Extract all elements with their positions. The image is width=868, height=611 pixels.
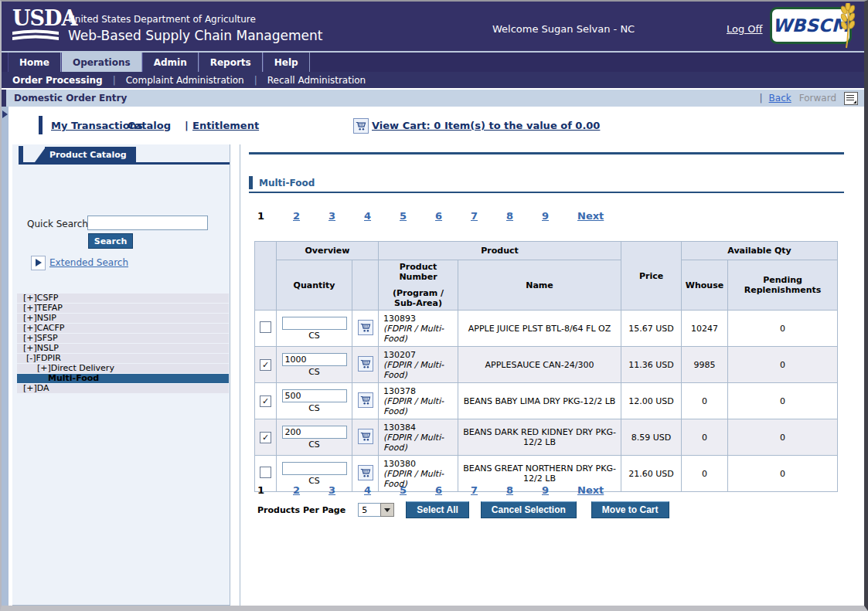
product-row: CS130893(FDPIR / Multi-Food)APPLE JUICE … (255, 311, 838, 347)
row-checkbox-checked[interactable]: ✓ (260, 395, 271, 407)
row-checkbox-checked[interactable]: ✓ (260, 432, 271, 443)
page-link-2[interactable]: 2 (293, 210, 301, 222)
page-link-2[interactable]: 2 (293, 484, 301, 496)
page-link-9[interactable]: 9 (542, 484, 550, 496)
product-program: (FDPIR / Multi-Food) (383, 324, 456, 344)
subnav-order-processing[interactable]: Order Processing (12, 75, 103, 86)
tree-item-nsip[interactable]: [+]NSIP (17, 314, 229, 323)
quantity-input[interactable] (282, 462, 347, 475)
quantity-input[interactable] (282, 389, 347, 402)
product-program: (FDPIR / Multi-Food) (383, 360, 456, 380)
tab-operations[interactable]: Operations (61, 53, 142, 72)
tab-home[interactable]: Home (8, 53, 61, 72)
tree-item-csfp[interactable]: [+]CSFP (17, 294, 229, 303)
quantity-input[interactable] (282, 317, 347, 330)
product-row: ✓CS130384(FDPIR / Multi-Food)BEANS DARK … (255, 419, 838, 456)
page-title: Domestic Order Entry (14, 93, 127, 104)
catalog-header-accent (19, 146, 23, 162)
products-per-page-select[interactable]: 5 (358, 503, 394, 517)
product-number: 130384 (383, 423, 456, 433)
move-to-cart-button[interactable]: Move to Cart (591, 501, 669, 518)
row-checkbox[interactable] (260, 467, 271, 478)
collapse-arrow-icon[interactable] (2, 110, 8, 118)
tab-help[interactable]: Help (263, 53, 310, 72)
add-to-cart-icon[interactable] (358, 465, 373, 480)
page-link-5[interactable]: 5 (400, 210, 407, 222)
log-off-link[interactable]: Log Off (727, 23, 763, 35)
page-next-link[interactable]: Next (577, 484, 604, 496)
tree-item-sfsp[interactable]: [+]SFSP (17, 334, 229, 343)
section-rule (249, 192, 844, 193)
pending-replenishments: 0 (728, 311, 838, 347)
page-link-8[interactable]: 8 (506, 210, 514, 222)
quantity-input[interactable] (282, 353, 347, 366)
page-link-8[interactable]: 8 (506, 484, 514, 496)
page-next-link[interactable]: Next (577, 210, 604, 222)
page-link-6[interactable]: 6 (435, 210, 443, 222)
unit-label: CS (278, 403, 350, 413)
subnav-separator: | (113, 75, 116, 86)
quick-search-input[interactable] (87, 216, 208, 230)
whouse-qty: 0 (682, 383, 728, 419)
unit-label: CS (278, 367, 350, 377)
quantity-input[interactable] (282, 426, 347, 439)
tab-reports[interactable]: Reports (199, 53, 263, 72)
dropdown-arrow-icon[interactable] (380, 503, 394, 517)
product-table: Overview Product Price Available Qty Qua… (254, 241, 838, 492)
product-name: BEANS DARK RED KIDNEY DRY PKG-12/2 LB (458, 419, 621, 456)
catalog-link[interactable]: Catalog (128, 120, 171, 131)
extended-search-arrow-icon[interactable] (31, 256, 46, 270)
tree-item-multi-food[interactable]: Multi-Food (17, 374, 229, 383)
add-to-cart-icon[interactable] (358, 356, 373, 372)
product-name: BEANS BABY LIMA DRY PKG-12/2 LB (458, 383, 621, 419)
product-program: (FDPIR / Multi-Food) (383, 433, 456, 453)
product-catalog-panel: Product Catalog Quick Search Search Exte… (12, 144, 230, 606)
cart-column-header (352, 260, 379, 311)
cancel-selection-button[interactable]: Cancel Selection (481, 501, 577, 518)
tree-item-tefap[interactable]: [+]TEFAP (17, 304, 229, 313)
page-link-3[interactable]: 3 (328, 484, 336, 496)
product-number-column-header: Product Number (Program / Sub-Area) (379, 260, 458, 311)
unit-label: CS (278, 440, 350, 450)
sub-nav: Order Processing | Complaint Administrat… (2, 72, 864, 88)
extended-search-link[interactable]: Extended Search (49, 257, 128, 268)
panel-collapse-strip[interactable] (2, 107, 9, 606)
product-price: 11.36 USD (621, 347, 682, 383)
tab-admin[interactable]: Admin (142, 53, 199, 72)
content-area: My Transactions Catalog | Entitlement Vi… (2, 107, 864, 606)
row-checkbox[interactable] (260, 321, 271, 333)
tree-item-fdpir[interactable]: [-]FDPIR (17, 354, 229, 363)
page-link-4[interactable]: 4 (364, 210, 372, 222)
pending-replenishments: 0 (728, 347, 838, 383)
product-program: (FDPIR / Multi-Food) (383, 396, 456, 416)
select-all-button[interactable]: Select All (406, 501, 469, 518)
page-link-7[interactable]: 7 (471, 484, 478, 496)
page-options-icon[interactable] (844, 92, 858, 105)
page-link-3[interactable]: 3 (328, 210, 336, 222)
add-to-cart-icon[interactable] (358, 320, 373, 335)
page-link-4[interactable]: 4 (364, 484, 372, 496)
subnav-complaint-administration[interactable]: Complaint Administration (126, 75, 244, 86)
whouse-qty: 9985 (682, 347, 728, 383)
tree-item-da[interactable]: [+]DA (17, 384, 229, 393)
row-checkbox-checked[interactable]: ✓ (260, 359, 271, 371)
tree-item-direct-delivery[interactable]: [+]Direct Delivery (17, 364, 229, 373)
breadcrumb-separator: | (760, 93, 763, 104)
tree-item-cacfp[interactable]: [+]CACFP (17, 324, 229, 333)
breadcrumb-accent (2, 90, 6, 107)
welcome-text: Welcome Sugan Selvan - NC (492, 23, 635, 35)
product-price: 8.59 USD (621, 419, 682, 456)
page-link-5[interactable]: 5 (400, 484, 407, 496)
back-link[interactable]: Back (769, 93, 791, 104)
page-link-7[interactable]: 7 (471, 210, 478, 222)
pending-replenishments: 0 (728, 383, 838, 419)
product-number: 130207 (383, 350, 456, 360)
page-link-9[interactable]: 9 (542, 210, 550, 222)
add-to-cart-icon[interactable] (358, 392, 373, 408)
subnav-recall-administration[interactable]: Recall Administration (267, 75, 366, 86)
page-link-6[interactable]: 6 (435, 484, 443, 496)
tree-item-nslp[interactable]: [+]NSLP (17, 344, 229, 353)
add-to-cart-icon[interactable] (358, 429, 373, 444)
search-button[interactable]: Search (88, 233, 133, 249)
table-controls: Products Per Page 5 Select All Cancel Se… (257, 501, 669, 518)
